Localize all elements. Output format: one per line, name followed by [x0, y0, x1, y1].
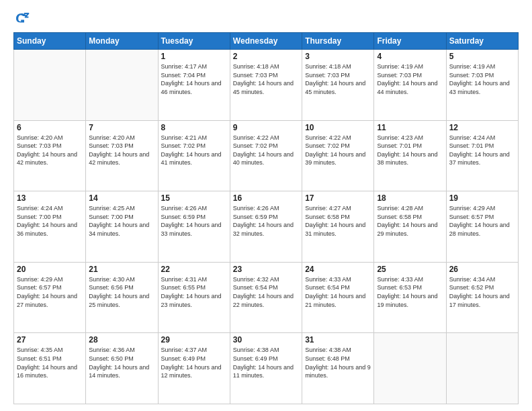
calendar-cell: 5Sunrise: 4:19 AMSunset: 7:03 PMDaylight… — [446, 50, 518, 121]
day-number: 3 — [305, 52, 371, 61]
calendar-cell: 8Sunrise: 4:21 AMSunset: 7:02 PMDaylight… — [158, 120, 230, 191]
page: SundayMondayTuesdayWednesdayThursdayFrid… — [0, 0, 532, 411]
day-number: 23 — [233, 265, 299, 274]
weekday-friday: Friday — [374, 33, 446, 50]
calendar-cell: 4Sunrise: 4:19 AMSunset: 7:03 PMDaylight… — [374, 50, 446, 121]
day-number: 10 — [305, 123, 371, 132]
day-info: Sunrise: 4:36 AMSunset: 6:50 PMDaylight:… — [89, 346, 154, 379]
day-number: 16 — [233, 193, 299, 203]
day-info: Sunrise: 4:19 AMSunset: 7:03 PMDaylight:… — [449, 62, 515, 96]
day-info: Sunrise: 4:29 AMSunset: 6:57 PMDaylight:… — [17, 275, 83, 309]
calendar-cell: 14Sunrise: 4:25 AMSunset: 7:00 PMDayligh… — [86, 191, 158, 263]
day-number: 31 — [305, 335, 371, 345]
calendar-cell: 21Sunrise: 4:30 AMSunset: 6:56 PMDayligh… — [86, 262, 158, 333]
weekday-tuesday: Tuesday — [158, 33, 230, 50]
day-info: Sunrise: 4:23 AMSunset: 7:01 PMDaylight:… — [377, 134, 443, 167]
day-info: Sunrise: 4:35 AMSunset: 6:51 PMDaylight:… — [17, 346, 83, 379]
day-info: Sunrise: 4:21 AMSunset: 7:02 PMDaylight:… — [161, 134, 227, 167]
calendar-cell: 9Sunrise: 4:22 AMSunset: 7:02 PMDaylight… — [230, 120, 302, 191]
day-info: Sunrise: 4:26 AMSunset: 6:59 PMDaylight:… — [161, 204, 227, 238]
weekday-header-row: SundayMondayTuesdayWednesdayThursdayFrid… — [14, 33, 519, 50]
day-number: 19 — [449, 193, 515, 203]
day-number: 6 — [17, 123, 83, 132]
day-info: Sunrise: 4:29 AMSunset: 6:57 PMDaylight:… — [449, 204, 515, 238]
day-info: Sunrise: 4:17 AMSunset: 7:04 PMDaylight:… — [161, 62, 227, 96]
week-row-0: 1Sunrise: 4:17 AMSunset: 7:04 PMDaylight… — [14, 50, 519, 121]
day-info: Sunrise: 4:27 AMSunset: 6:58 PMDaylight:… — [305, 204, 371, 238]
day-number: 12 — [449, 123, 515, 132]
day-number: 7 — [89, 123, 154, 132]
day-number: 9 — [233, 123, 299, 132]
calendar-cell: 26Sunrise: 4:34 AMSunset: 6:52 PMDayligh… — [446, 262, 518, 333]
calendar-cell: 13Sunrise: 4:24 AMSunset: 7:00 PMDayligh… — [14, 191, 86, 263]
day-number: 30 — [233, 335, 299, 345]
day-number: 20 — [17, 265, 83, 274]
day-number: 29 — [161, 335, 227, 345]
day-number: 25 — [377, 265, 443, 274]
day-number: 18 — [377, 193, 443, 203]
day-number: 5 — [449, 52, 515, 61]
calendar-cell: 19Sunrise: 4:29 AMSunset: 6:57 PMDayligh… — [446, 191, 518, 263]
day-info: Sunrise: 4:33 AMSunset: 6:53 PMDaylight:… — [377, 275, 443, 309]
weekday-sunday: Sunday — [14, 33, 86, 50]
day-info: Sunrise: 4:32 AMSunset: 6:54 PMDaylight:… — [233, 275, 299, 309]
calendar-cell: 29Sunrise: 4:37 AMSunset: 6:49 PMDayligh… — [158, 333, 230, 404]
day-number: 21 — [89, 265, 154, 274]
day-info: Sunrise: 4:26 AMSunset: 6:59 PMDaylight:… — [233, 204, 299, 238]
day-info: Sunrise: 4:20 AMSunset: 7:03 PMDaylight:… — [89, 134, 154, 167]
calendar-cell: 25Sunrise: 4:33 AMSunset: 6:53 PMDayligh… — [374, 262, 446, 333]
day-info: Sunrise: 4:22 AMSunset: 7:02 PMDaylight:… — [233, 134, 299, 167]
week-row-2: 13Sunrise: 4:24 AMSunset: 7:00 PMDayligh… — [14, 191, 519, 263]
calendar-cell: 31Sunrise: 4:38 AMSunset: 6:48 PMDayligh… — [302, 333, 374, 404]
top-bar — [13, 11, 519, 27]
calendar-cell: 24Sunrise: 4:33 AMSunset: 6:54 PMDayligh… — [302, 262, 374, 333]
calendar-cell: 16Sunrise: 4:26 AMSunset: 6:59 PMDayligh… — [230, 191, 302, 263]
week-row-1: 6Sunrise: 4:20 AMSunset: 7:03 PMDaylight… — [14, 120, 519, 191]
calendar-cell: 18Sunrise: 4:28 AMSunset: 6:58 PMDayligh… — [374, 191, 446, 263]
day-number: 22 — [161, 265, 227, 274]
calendar-cell: 10Sunrise: 4:22 AMSunset: 7:02 PMDayligh… — [302, 120, 374, 191]
day-info: Sunrise: 4:38 AMSunset: 6:49 PMDaylight:… — [233, 346, 299, 379]
weekday-monday: Monday — [86, 33, 158, 50]
week-row-4: 27Sunrise: 4:35 AMSunset: 6:51 PMDayligh… — [14, 333, 519, 404]
day-number: 1 — [161, 52, 227, 61]
calendar-cell: 20Sunrise: 4:29 AMSunset: 6:57 PMDayligh… — [14, 262, 86, 333]
day-number: 17 — [305, 193, 371, 203]
day-info: Sunrise: 4:38 AMSunset: 6:48 PMDaylight:… — [305, 346, 371, 379]
day-info: Sunrise: 4:22 AMSunset: 7:02 PMDaylight:… — [305, 134, 371, 167]
calendar-cell: 30Sunrise: 4:38 AMSunset: 6:49 PMDayligh… — [230, 333, 302, 404]
calendar-cell — [374, 333, 446, 404]
calendar-cell: 11Sunrise: 4:23 AMSunset: 7:01 PMDayligh… — [374, 120, 446, 191]
day-number: 26 — [449, 265, 515, 274]
logo — [13, 11, 32, 27]
calendar-cell: 2Sunrise: 4:18 AMSunset: 7:03 PMDaylight… — [230, 50, 302, 121]
calendar-cell: 27Sunrise: 4:35 AMSunset: 6:51 PMDayligh… — [14, 333, 86, 404]
day-info: Sunrise: 4:19 AMSunset: 7:03 PMDaylight:… — [377, 62, 443, 96]
calendar-cell: 17Sunrise: 4:27 AMSunset: 6:58 PMDayligh… — [302, 191, 374, 263]
calendar-cell — [14, 50, 86, 121]
calendar-cell: 7Sunrise: 4:20 AMSunset: 7:03 PMDaylight… — [86, 120, 158, 191]
calendar-cell: 1Sunrise: 4:17 AMSunset: 7:04 PMDaylight… — [158, 50, 230, 121]
day-info: Sunrise: 4:18 AMSunset: 7:03 PMDaylight:… — [305, 62, 371, 96]
day-number: 8 — [161, 123, 227, 132]
day-number: 14 — [89, 193, 154, 203]
day-number: 27 — [17, 335, 83, 345]
calendar-cell: 22Sunrise: 4:31 AMSunset: 6:55 PMDayligh… — [158, 262, 230, 333]
day-number: 15 — [161, 193, 227, 203]
calendar-table: SundayMondayTuesdayWednesdayThursdayFrid… — [13, 32, 519, 404]
day-number: 2 — [233, 52, 299, 61]
day-info: Sunrise: 4:37 AMSunset: 6:49 PMDaylight:… — [161, 346, 227, 379]
day-info: Sunrise: 4:20 AMSunset: 7:03 PMDaylight:… — [17, 134, 83, 167]
weekday-thursday: Thursday — [302, 33, 374, 50]
day-info: Sunrise: 4:31 AMSunset: 6:55 PMDaylight:… — [161, 275, 227, 309]
day-number: 11 — [377, 123, 443, 132]
calendar-cell — [446, 333, 518, 404]
calendar-cell — [86, 50, 158, 121]
day-info: Sunrise: 4:33 AMSunset: 6:54 PMDaylight:… — [305, 275, 371, 309]
weekday-saturday: Saturday — [446, 33, 518, 50]
day-info: Sunrise: 4:24 AMSunset: 7:00 PMDaylight:… — [17, 204, 83, 238]
day-number: 13 — [17, 193, 83, 203]
logo-icon — [13, 11, 30, 27]
day-info: Sunrise: 4:25 AMSunset: 7:00 PMDaylight:… — [89, 204, 154, 238]
calendar-cell: 6Sunrise: 4:20 AMSunset: 7:03 PMDaylight… — [14, 120, 86, 191]
